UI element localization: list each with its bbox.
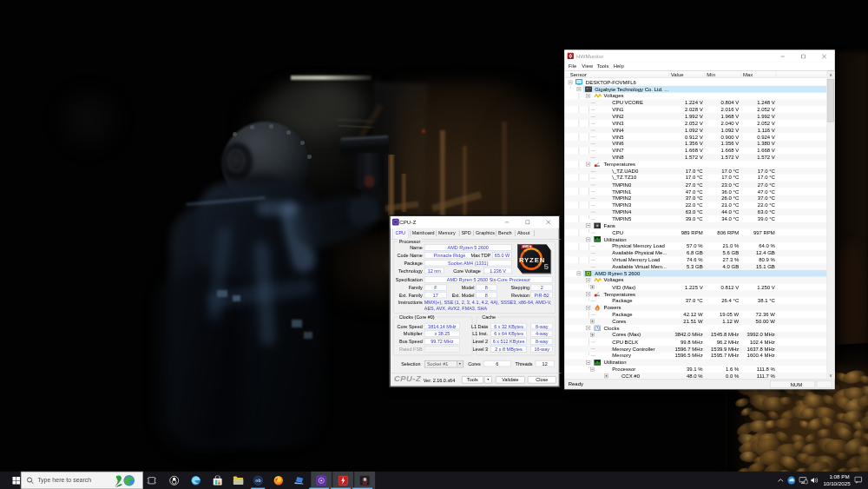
svg-text:ob: ob: [255, 478, 260, 483]
